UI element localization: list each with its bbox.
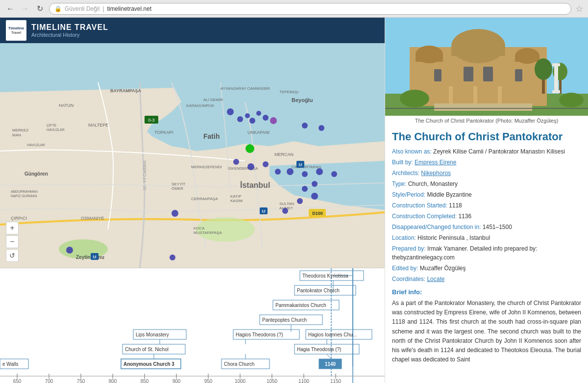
svg-point-64 xyxy=(331,171,337,177)
built-by-value[interactable]: Empress Eirene xyxy=(415,159,456,166)
main-container: Timeline Travel TIMELINE TRAVEL Architec… xyxy=(0,18,588,383)
bookmark-star-icon[interactable]: ☆ xyxy=(575,3,583,14)
construction-completed-value: 1136 xyxy=(458,213,471,220)
svg-text:Hagios Ioannes Chu...: Hagios Ioannes Chu... xyxy=(308,332,357,337)
svg-point-69 xyxy=(282,208,288,214)
map-refresh-button[interactable]: ↺ xyxy=(6,249,19,262)
zoom-out-button[interactable]: − xyxy=(6,235,19,248)
svg-text:Chora Church: Chora Church xyxy=(224,361,254,367)
svg-text:M: M xyxy=(298,162,302,167)
info-row-disappeared: Disappeared/Changed function in: 1451–15… xyxy=(392,223,581,231)
svg-text:M: M xyxy=(262,209,266,214)
svg-point-49 xyxy=(245,113,250,118)
location-value: Historic Peninsula , Istanbul xyxy=(417,234,490,241)
svg-text:SEYYİT: SEYYİT xyxy=(172,182,186,186)
svg-text:MERCAN: MERCAN xyxy=(274,152,294,157)
location-label: Location: xyxy=(392,234,416,241)
svg-text:Hagia Theodosia (?): Hagia Theodosia (?) xyxy=(297,347,341,352)
svg-point-51 xyxy=(256,111,261,116)
svg-rect-157 xyxy=(473,86,477,106)
type-label: Type: xyxy=(392,180,406,187)
svg-rect-149 xyxy=(416,54,443,62)
svg-point-48 xyxy=(237,116,243,122)
coordinates-label: Coordinates: xyxy=(392,276,425,282)
info-panel: The Church of Christ Pantokrator Also kn… xyxy=(385,126,588,369)
svg-text:KATIP: KATIP xyxy=(230,194,242,199)
info-row-construction-completed: Construction Completed: 1136 xyxy=(392,212,581,221)
svg-text:Lips Monastery: Lips Monastery xyxy=(136,332,169,337)
also-known-label: Also known as: xyxy=(392,148,432,155)
refresh-button[interactable]: ↻ xyxy=(34,3,45,14)
svg-text:850: 850 xyxy=(141,379,149,383)
svg-point-62 xyxy=(302,171,308,177)
svg-text:MUSTAFAPAŞA: MUSTAFAPAŞA xyxy=(194,230,222,235)
svg-text:Pammakaristos Church: Pammakaristos Church xyxy=(275,303,326,308)
svg-text:ÖMER: ÖMER xyxy=(172,186,183,191)
style-value: Middle Byzantine xyxy=(427,191,471,198)
svg-text:800: 800 xyxy=(109,379,117,383)
svg-point-56 xyxy=(245,144,254,153)
construction-completed-label: Construction Completed: xyxy=(392,213,457,220)
svg-text:HAVUZLAR: HAVUZLAR xyxy=(27,143,45,147)
left-panel: Timeline Travel TIMELINE TRAVEL Architec… xyxy=(0,18,385,383)
svg-text:0-3: 0-3 xyxy=(148,118,154,123)
map-controls: + − ↺ xyxy=(6,222,19,262)
svg-text:Hagios Theodoros (?): Hagios Theodoros (?) xyxy=(236,332,283,337)
svg-text:KARAGÜMRÜK: KARAGÜMRÜK xyxy=(186,103,215,108)
svg-text:KOCA: KOCA xyxy=(194,226,205,230)
svg-point-53 xyxy=(270,117,277,124)
svg-text:Fatih: Fatih xyxy=(203,132,220,140)
svg-text:Church of St. Nichol: Church of St. Nichol xyxy=(125,347,169,352)
svg-text:1150: 1150 xyxy=(330,379,342,383)
svg-text:1140: 1140 xyxy=(325,361,336,367)
svg-text:ALİ DEMİR: ALİ DEMİR xyxy=(203,98,223,102)
svg-text:D100: D100 xyxy=(312,211,323,216)
security-label: Güvenli Değil xyxy=(65,5,99,12)
svg-text:MERKEZEFENDI: MERKEZEFENDI xyxy=(191,165,222,169)
svg-text:ÇIRPıCI: ÇIRPıCI xyxy=(11,216,27,221)
disappeared-value: 1451–1500 xyxy=(483,224,512,230)
svg-point-52 xyxy=(263,115,269,121)
timeline-area[interactable]: 650 700 750 800 850 900 950 1000 1050 11… xyxy=(0,268,385,383)
architects-value[interactable]: Nikephoros xyxy=(421,170,451,177)
svg-text:Beyoğlu: Beyoğlu xyxy=(292,97,313,103)
coordinates-locate-link[interactable]: Locate xyxy=(427,276,444,282)
edited-value: Muzaffer Özgüleş xyxy=(420,265,466,272)
svg-text:700: 700 xyxy=(45,379,53,383)
svg-text:TEPEBAŞI: TEPEBAŞI xyxy=(279,90,298,94)
back-button[interactable]: ← xyxy=(5,3,16,14)
svg-text:650: 650 xyxy=(13,379,22,383)
svg-text:HAVUZLAR: HAVUZLAR xyxy=(47,128,65,131)
svg-rect-152 xyxy=(464,67,473,81)
svg-text:ÇİFTE: ÇİFTE xyxy=(47,123,57,128)
svg-point-54 xyxy=(302,123,308,128)
map-area[interactable]: D100 10. Yıl Caddesi 0-3 xyxy=(0,43,385,268)
info-row-location: Location: Historic Peninsula , Istanbul xyxy=(392,233,581,242)
svg-text:e Walls: e Walls xyxy=(2,361,18,367)
svg-point-68 xyxy=(297,198,303,204)
svg-text:1100: 1100 xyxy=(298,379,310,383)
svg-point-7 xyxy=(196,217,255,242)
svg-text:1050: 1050 xyxy=(267,379,278,383)
info-row-style: Style/Period: Middle Byzantine xyxy=(392,190,581,199)
svg-text:Theodoros Kyriotissa: Theodoros Kyriotissa xyxy=(302,273,348,279)
security-lock-icon: 🔒 xyxy=(54,5,62,12)
svg-text:Zeytinburnu: Zeytinburnu xyxy=(76,255,104,260)
svg-rect-163 xyxy=(554,64,558,91)
svg-point-72 xyxy=(170,255,175,260)
svg-point-58 xyxy=(247,163,254,170)
construction-started-value: 1118 xyxy=(449,202,462,209)
svg-point-70 xyxy=(172,210,178,217)
app-header: Timeline Travel TIMELINE TRAVEL Architec… xyxy=(0,18,385,43)
svg-rect-151 xyxy=(515,56,539,62)
svg-text:SULTAN: SULTAN xyxy=(279,202,294,206)
svg-rect-165 xyxy=(552,90,560,93)
svg-point-59 xyxy=(263,161,269,167)
url-text: timelinetravel.net xyxy=(107,5,152,12)
svg-text:Pantepoptes Church: Pantepoptes Church xyxy=(262,317,307,323)
disappeared-label: Disappeared/Changed function in: xyxy=(392,224,481,230)
svg-text:Anonymous Church 3: Anonymous Church 3 xyxy=(123,361,174,367)
svg-text:CANKURTARAN: CANKURTARAN xyxy=(292,165,321,169)
forward-button[interactable]: → xyxy=(20,3,30,14)
zoom-in-button[interactable]: + xyxy=(6,222,19,234)
